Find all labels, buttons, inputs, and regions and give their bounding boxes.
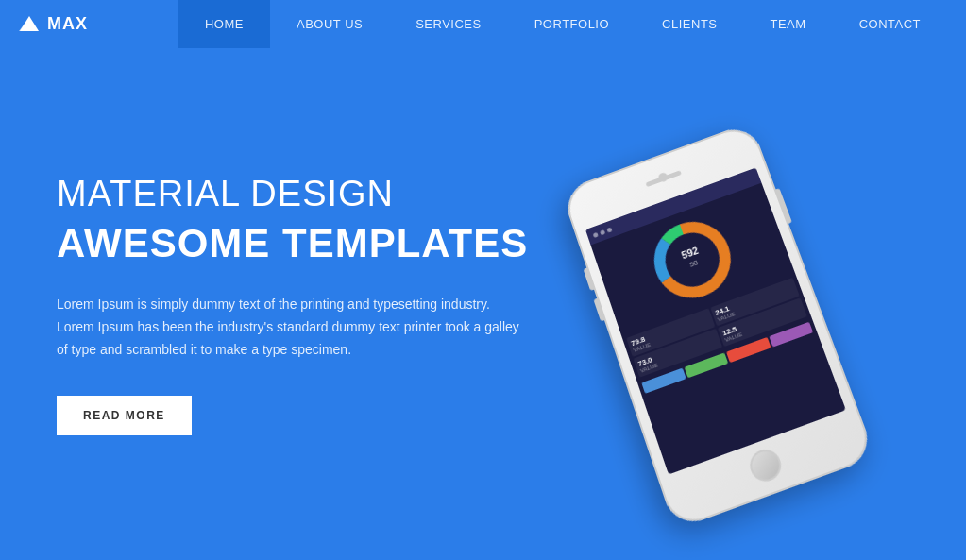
- hero-title-rest: TEMPLATES: [270, 221, 528, 265]
- phone-body: 592 50 79.8 VALUE 24.1 VALUE: [561, 122, 876, 530]
- nav-item-clients[interactable]: CLIENTS: [636, 0, 743, 48]
- hero-content: MATERIAL DESIGN AWESOME TEMPLATES Lorem …: [57, 173, 567, 434]
- svg-text:50: 50: [688, 258, 700, 269]
- read-more-button[interactable]: READ MORE: [57, 396, 192, 435]
- nav-item-contact[interactable]: CONTACT: [833, 0, 947, 48]
- side-button-left1: [584, 268, 594, 291]
- nav-item-portfolio[interactable]: PORTFOLIO: [508, 0, 636, 48]
- hero-section: MATERIAL DESIGN AWESOME TEMPLATES Lorem …: [0, 48, 966, 560]
- hero-subtitle: MATERIAL DESIGN: [57, 173, 567, 216]
- mountain-icon: [19, 14, 40, 35]
- hero-title: AWESOME TEMPLATES: [57, 220, 567, 267]
- screen-dot1: [592, 231, 598, 237]
- phone-mockup: 592 50 79.8 VALUE 24.1 VALUE: [561, 91, 966, 531]
- hero-phone-image: 592 50 79.8 VALUE 24.1 VALUE: [607, 125, 909, 484]
- navbar: MAX HOME ABOUT US SERVICES PORTFOLIO CLI…: [0, 0, 966, 48]
- side-button-left2: [593, 298, 604, 322]
- svg-text:592: 592: [680, 245, 700, 261]
- nav-item-team[interactable]: TEAM: [744, 0, 833, 48]
- hero-title-bold: AWESOME: [57, 221, 270, 265]
- hero-description: Lorem Ipsum is simply dummy text of the …: [57, 294, 529, 361]
- nav-item-home[interactable]: HOME: [178, 0, 270, 48]
- nav-items: HOME ABOUT US SERVICES PORTFOLIO CLIENTS…: [178, 0, 947, 48]
- nav-item-about[interactable]: ABOUT US: [270, 0, 389, 48]
- side-button-right: [776, 188, 792, 224]
- phone-screen: 592 50 79.8 VALUE 24.1 VALUE: [585, 167, 846, 474]
- nav-item-services[interactable]: SERVICES: [389, 0, 508, 48]
- brand-logo[interactable]: MAX: [19, 14, 88, 35]
- screen-dot2: [600, 229, 605, 235]
- phone-home-button: [746, 446, 786, 486]
- brand-name: MAX: [47, 14, 88, 34]
- screen-dot3: [606, 227, 612, 232]
